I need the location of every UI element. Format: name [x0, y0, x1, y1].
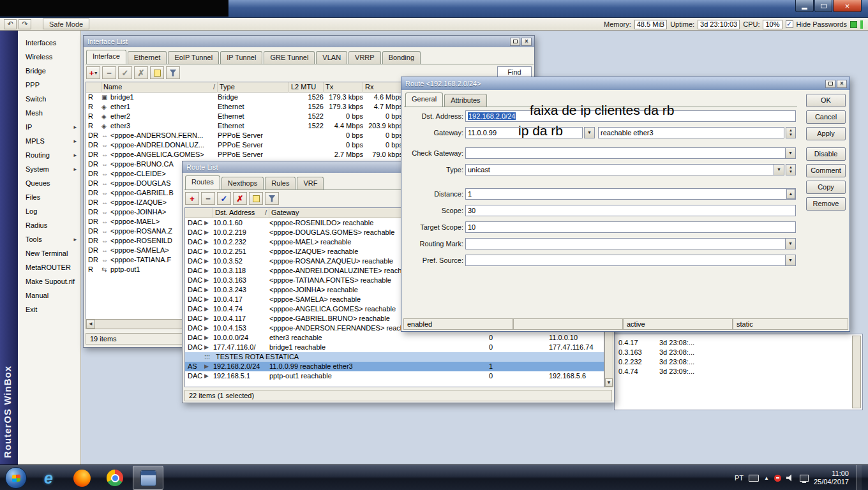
column-l2mtu[interactable]: L2 MTU — [289, 82, 324, 93]
taskbar-ie-button[interactable]: e — [33, 466, 64, 490]
column-type[interactable]: Type — [218, 82, 289, 93]
tab-vrrp[interactable]: VRRP — [348, 51, 381, 64]
close-button[interactable]: × — [837, 80, 847, 88]
column-flags[interactable] — [185, 208, 213, 218]
tab-vrf[interactable]: VRF — [297, 177, 324, 189]
keyboard-icon[interactable] — [749, 475, 759, 482]
comment-button[interactable]: Comment — [806, 164, 846, 177]
tab-gre-tunnel[interactable]: GRE Tunnel — [264, 51, 315, 64]
type-spinner[interactable]: ▲▼ — [786, 164, 796, 175]
target-scope-field[interactable]: 10 — [465, 221, 796, 233]
comment-button[interactable] — [249, 192, 263, 205]
pref-source-dropdown-button[interactable]: ▼ — [785, 255, 796, 266]
tab-bonding[interactable]: Bonding — [382, 51, 421, 64]
gateway-dropdown-button[interactable]: ▼ — [584, 127, 595, 138]
scroll-left-icon[interactable]: ◄ — [86, 320, 95, 329]
maximize-button[interactable] — [510, 38, 520, 46]
sidebar-item-interfaces[interactable]: Interfaces — [18, 36, 80, 50]
tab-attributes[interactable]: Attributes — [444, 94, 486, 107]
add-button[interactable]: + — [185, 192, 199, 205]
tab-general[interactable]: General — [405, 93, 443, 107]
start-button[interactable] — [5, 467, 27, 489]
route-row[interactable]: DAC▶192.168.5.1pptp-out1 reachable0192.1… — [185, 371, 604, 381]
undo-button[interactable]: ↶ — [4, 19, 17, 29]
sidebar-item-files[interactable]: Files — [18, 190, 80, 204]
tab-routes[interactable]: Routes — [185, 175, 220, 189]
route-row[interactable]: DAC▶177.47.116.0/bridge1 reachable0177.4… — [185, 343, 604, 352]
sidebar-item-switch[interactable]: Switch — [18, 92, 80, 106]
routing-mark-dropdown-button[interactable]: ▼ — [785, 238, 796, 249]
sidebar-item-manual[interactable]: Manual — [18, 288, 80, 302]
minimize-button[interactable] — [795, 0, 814, 12]
tab-eoip-tunnel[interactable]: EoIP Tunnel — [168, 51, 219, 64]
scroll-down-icon[interactable]: ▼ — [605, 378, 613, 387]
sidebar-item-routing[interactable]: Routing▸ — [18, 148, 80, 162]
alert-tray-icon[interactable] — [774, 475, 781, 482]
sidebar-item-queues[interactable]: Queues — [18, 176, 80, 190]
enable-button[interactable]: ✓ — [118, 66, 132, 79]
sidebar-item-make-supout[interactable]: Make Supout.rif — [18, 274, 80, 288]
vertical-scrollbar[interactable] — [852, 336, 861, 408]
tab-rules[interactable]: Rules — [265, 177, 296, 189]
disable-button[interactable]: ✗ — [233, 192, 247, 205]
safe-mode-button[interactable]: Safe Mode — [43, 19, 89, 29]
type-dropdown-button[interactable]: ▼ — [774, 164, 784, 175]
copy-button[interactable]: Copy — [806, 181, 846, 194]
distance-field[interactable]: 1 — [465, 188, 796, 200]
list-item[interactable]: 0.3.1633d 23:08:... — [615, 348, 862, 357]
column-tx[interactable]: Tx — [324, 82, 363, 93]
maximize-button[interactable] — [825, 80, 835, 88]
sidebar-item-system[interactable]: System▸ — [18, 162, 80, 176]
column-name[interactable]: Name/ — [101, 82, 218, 93]
cancel-button[interactable]: Cancel — [806, 110, 846, 124]
tab-vlan[interactable]: VLAN — [316, 51, 347, 64]
apply-button[interactable]: Apply — [806, 127, 846, 140]
maximize-button[interactable] — [814, 0, 832, 12]
remove-button[interactable]: − — [201, 192, 215, 205]
hidden-icons-button[interactable]: ▲ — [764, 475, 769, 481]
type-field[interactable]: unicast — [465, 164, 784, 175]
comment-button[interactable] — [150, 66, 164, 79]
redo-button[interactable]: ↷ — [19, 19, 31, 29]
tab-nexthops[interactable]: Nexthops — [221, 177, 264, 189]
volume-icon[interactable] — [786, 474, 795, 482]
taskbar-winbox-button[interactable] — [133, 466, 163, 490]
remove-button[interactable]: − — [102, 66, 116, 79]
column-flags[interactable] — [86, 82, 101, 93]
close-button[interactable]: × — [521, 38, 532, 46]
window-titlebar[interactable]: × — [0, 0, 868, 18]
sidebar-item-radius[interactable]: Radius — [18, 218, 80, 232]
sidebar-item-bridge[interactable]: Bridge — [18, 64, 80, 78]
route-dialog-titlebar[interactable]: Route <192.168.2.0/24> × — [401, 77, 849, 90]
close-button[interactable]: × — [833, 0, 862, 12]
scope-field[interactable]: 30 — [465, 205, 796, 216]
disable-button[interactable]: Disable — [806, 147, 846, 161]
list-item[interactable]: 0.4.743d 23:09:... — [615, 367, 862, 376]
column-rx[interactable]: Rx — [363, 82, 404, 93]
filter-button[interactable] — [265, 192, 279, 205]
column-dst-address[interactable]: Dst. Address/ — [213, 208, 269, 218]
pref-source-field[interactable] — [465, 255, 796, 266]
sidebar-item-mpls[interactable]: MPLS▸ — [18, 134, 80, 148]
route-row[interactable]: DAC▶10.0.0.0/24ether3 reachable011.0.0.1… — [185, 333, 604, 343]
list-item[interactable]: 0.2.2323d 23:08:... — [615, 357, 862, 367]
sidebar-item-log[interactable]: Log — [18, 204, 80, 218]
sidebar-item-ip[interactable]: IP▸ — [18, 120, 80, 134]
show-desktop-button[interactable] — [857, 465, 862, 490]
tab-interface[interactable]: Interface — [86, 50, 126, 64]
sidebar-item-ppp[interactable]: PPP — [18, 78, 80, 92]
sidebar-item-exit[interactable]: Exit — [18, 302, 80, 316]
taskbar-firefox-button[interactable] — [66, 466, 97, 490]
list-item[interactable]: 0.4.173d 23:08:... — [615, 338, 862, 348]
add-button[interactable]: +▾ — [86, 66, 100, 79]
remove-button[interactable]: Remove — [806, 197, 846, 211]
filter-button[interactable] — [166, 66, 180, 79]
tab-ethernet[interactable]: Ethernet — [128, 51, 167, 64]
sidebar-item-metarouter[interactable]: MetaROUTER — [18, 260, 80, 274]
sidebar-item-new-terminal[interactable]: New Terminal — [18, 246, 80, 260]
enable-button[interactable]: ✓ — [217, 192, 231, 205]
sidebar-item-wireless[interactable]: Wireless — [18, 50, 80, 64]
gateway-add-spinner[interactable]: ▲▼ — [786, 127, 796, 138]
sidebar-item-tools[interactable]: Tools▸ — [18, 232, 80, 246]
taskbar-clock[interactable]: 11:00 25/04/2017 — [814, 470, 849, 486]
